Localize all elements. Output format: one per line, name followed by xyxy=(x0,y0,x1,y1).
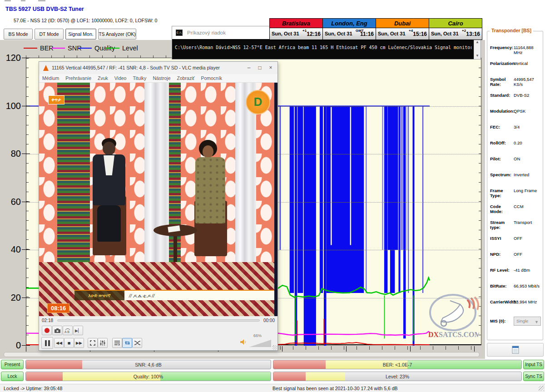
close-icon[interactable]: × xyxy=(266,64,276,72)
ab-loop-button[interactable]: A B xyxy=(63,326,73,335)
transponder-value: Transport xyxy=(514,220,543,225)
extended-settings-button[interactable] xyxy=(98,338,108,348)
clock-time: 15:16 xyxy=(413,31,427,37)
transponder-row-bitrate-: BitRate:66,953 Mbit/s xyxy=(487,283,543,294)
menu-video[interactable]: Video xyxy=(111,74,130,82)
y-major-tick xyxy=(22,58,30,58)
toolbar-button-dt-mode[interactable]: DT Mode xyxy=(35,29,64,40)
mis-select[interactable]: Single ▼ xyxy=(514,317,541,326)
next-button[interactable]: ▶▶ xyxy=(74,338,84,348)
list-icon xyxy=(512,346,519,354)
clock-city: Bratislava xyxy=(270,19,322,28)
menu-zvuk[interactable]: Zvuk xyxy=(94,74,111,82)
transponder-row-rolloff-: RollOff:0.20 xyxy=(487,140,543,151)
legend-line-snr xyxy=(51,48,65,49)
y-major-tick xyxy=(22,345,30,346)
snr-value: SNR: 4,6 dB xyxy=(26,360,271,369)
ber-value: BER: <1.0E-7 xyxy=(273,360,521,369)
transponder-label: Pilot: xyxy=(490,156,514,161)
present-button[interactable]: Present xyxy=(1,360,24,369)
record-button[interactable] xyxy=(42,326,52,335)
studio-floor xyxy=(39,262,277,316)
clock-time: 11:16 xyxy=(360,31,374,37)
playlist-button[interactable] xyxy=(112,338,122,348)
mis-row: MIS (0): Single ▼ xyxy=(487,318,543,329)
legend-line-ber xyxy=(24,48,37,49)
legend-item-ber: BER xyxy=(24,45,54,52)
transponder-row-polarization-: Polarization:Vertical xyxy=(487,61,543,72)
transponder-label: Symbol Rate: xyxy=(490,77,514,87)
sync-ts-button[interactable]: Sync TS xyxy=(523,372,544,381)
transponder-row-frequency-: Frequency:11164,888 MHz xyxy=(487,45,543,56)
legend-line-quality xyxy=(78,48,92,49)
transponder-value: -41 dBm xyxy=(514,268,543,273)
level-value: Level: 23% xyxy=(273,372,521,381)
seek-row: 02:18 00:00 xyxy=(39,317,277,324)
menu-mdium[interactable]: Médium xyxy=(39,74,62,82)
y-tick-label-40: 40 xyxy=(3,244,21,255)
vlc-window[interactable]: 11165 Vertical 44995,547 / RF: -41 SNR: … xyxy=(39,61,278,351)
stop-button[interactable]: ■ xyxy=(64,338,74,348)
snapshot-button[interactable] xyxy=(52,326,62,335)
shuffle-icon xyxy=(134,340,140,346)
y-major-tick xyxy=(22,106,30,106)
seek-slider[interactable] xyxy=(57,319,260,322)
chart-horizontal-scrollbar[interactable] xyxy=(4,352,480,357)
pause-button[interactable] xyxy=(41,337,53,349)
clock-date: Sun, Oct 31 xyxy=(431,31,459,36)
resize-grip[interactable] xyxy=(539,386,544,391)
transponder-label: FEC: xyxy=(490,124,514,129)
transponder-value: QPSK xyxy=(514,109,543,114)
lock-button[interactable]: Lock xyxy=(1,372,24,381)
menu-nstroje[interactable]: Nástroje xyxy=(149,74,173,82)
chevron-down-icon: ▼ xyxy=(535,318,539,326)
menu-zobrazi[interactable]: Zobraziť xyxy=(173,74,198,82)
transponder-value: Inverted xyxy=(514,172,543,177)
cmd-scrollbar[interactable]: ▲ ▼ xyxy=(474,39,481,59)
transponder-value: Vertical xyxy=(514,61,543,66)
transponder-row-modulation-: Modulation:QPSK xyxy=(487,109,543,119)
scroll-down-icon[interactable]: ▼ xyxy=(474,53,481,59)
level-bar: Level: 23% xyxy=(273,372,522,381)
svg-text:A B: A B xyxy=(64,330,69,333)
volume-slider[interactable] xyxy=(249,340,271,347)
ticker-text: // ዶ.ሉ.ቲ.ዶ // xyxy=(124,291,275,300)
cmd-command-line: C:\Users\Roman Dávid>NSS 12-57°E_East Af… xyxy=(175,45,471,50)
next-icon: ▶▶ xyxy=(76,341,82,345)
quality-value: Quality: 100% xyxy=(26,372,271,381)
toolbar-button-ts-analyzer-ok-[interactable]: TS Analyzer (OK) xyxy=(98,29,136,40)
loop-button[interactable] xyxy=(122,338,132,348)
transponder-label: Standard: xyxy=(490,93,514,98)
playlist-icon xyxy=(114,340,120,346)
vlc-resize-grip[interactable] xyxy=(272,345,277,350)
menu-prehrvanie[interactable]: Prehrávanie xyxy=(62,74,94,82)
cmd-console[interactable]: C:\Users\Roman Dávid>NSS 12-57°E_East Af… xyxy=(172,39,481,59)
vlc-titlebar[interactable]: 11165 Vertical 44995,547 / RF: -41 SNR: … xyxy=(39,62,277,74)
transponder-value: DVB-S2 xyxy=(514,93,543,98)
clock-city: Dubai xyxy=(376,19,429,28)
transponder-label: Spectrum: xyxy=(490,172,514,177)
maximize-icon[interactable]: □ xyxy=(255,64,265,72)
speaker-icon[interactable] xyxy=(240,339,247,345)
menu-titulky[interactable]: Titulky xyxy=(129,74,149,82)
clock-dubai: DubaiSun, Oct 31+415:16 xyxy=(376,18,429,40)
y-major-tick xyxy=(22,298,30,298)
transponder-row-fec-: FEC:3/4 xyxy=(487,124,543,135)
stop-icon: ■ xyxy=(68,340,71,346)
ticker-label: እሁድ ወዝናኛ xyxy=(74,291,124,300)
scroll-up-icon[interactable]: ▲ xyxy=(474,39,481,45)
legend-item-snr: SNR xyxy=(51,45,82,52)
frame-step-button[interactable]: ▶▏ xyxy=(73,326,83,335)
toolbar-button-bs-mode[interactable]: BS Mode xyxy=(4,29,33,40)
shuffle-button[interactable] xyxy=(132,338,142,348)
toolbar-button-signal-mon-[interactable]: Signal Mon. xyxy=(65,29,96,40)
menu-pomocnk[interactable]: Pomocník xyxy=(198,74,225,82)
clock-body: Sun, Oct 31+112:16 xyxy=(270,28,322,40)
previous-button[interactable]: ◀◀ xyxy=(54,338,64,348)
input-ts-button[interactable]: Input TS xyxy=(523,360,544,369)
transponder-list-button[interactable] xyxy=(487,343,544,357)
transponder-label: Frequency: xyxy=(490,45,514,50)
video-frame[interactable]: ቀጥታ D እሁድ ወዝናኛ // ዶ.ሉ.ቲ.ዶ // 08:16 xyxy=(39,83,277,316)
minimize-icon[interactable]: – xyxy=(244,64,254,72)
fullscreen-button[interactable] xyxy=(88,338,98,348)
